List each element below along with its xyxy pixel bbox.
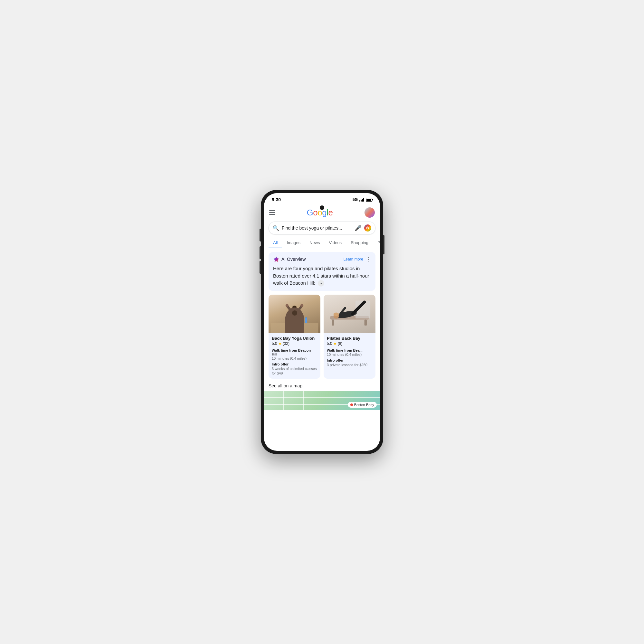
map-preview[interactable]: Boston Body xyxy=(264,391,380,410)
offer-label-2: Intro offer xyxy=(327,358,372,362)
tab-shopping[interactable]: Shopping xyxy=(346,238,373,248)
network-indicator: 5G xyxy=(353,197,358,202)
svg-point-5 xyxy=(292,306,297,308)
offer-value-2: 3 private lessons for $250 xyxy=(327,363,372,367)
ai-overview-label: AI Overview xyxy=(281,257,306,262)
map-pin-icon xyxy=(350,403,353,406)
svg-rect-10 xyxy=(305,318,307,323)
phone-screen: 9:30 5G xyxy=(264,193,380,451)
status-icons: 5G xyxy=(353,197,372,202)
walk-value-1: 10 minutes (0.4 miles) xyxy=(272,356,317,360)
map-road-h1 xyxy=(264,397,380,398)
status-time: 9:30 xyxy=(272,197,281,202)
studio-name-2: Pilates Back Bay xyxy=(327,336,372,341)
google-logo: Google xyxy=(307,208,333,218)
ai-overview-section: AI Overview Learn more ⋮ Here are four y… xyxy=(269,252,375,291)
screen-content: Google 🔍 Find the best yoga or pilates..… xyxy=(264,204,380,448)
svg-point-21 xyxy=(334,312,339,316)
svg-rect-12 xyxy=(286,322,303,324)
map-road-v2 xyxy=(303,391,304,410)
tab-all[interactable]: All xyxy=(269,238,282,248)
offer-label-1: Intro offer xyxy=(272,362,317,366)
walk-label-2: Walk time from Bea... xyxy=(327,348,372,352)
star-icon-2: ★ xyxy=(333,341,337,346)
studio-image-pilates xyxy=(324,295,375,333)
map-road-v1 xyxy=(283,391,284,410)
see-all-map-link[interactable]: See all on a map xyxy=(269,383,375,388)
studio-info-2: Pilates Back Bay 5.0 ★ (8) Walk time fro… xyxy=(324,333,375,370)
more-options-icon[interactable]: ⋮ xyxy=(366,256,371,262)
svg-rect-14 xyxy=(332,319,334,325)
ai-overview-text: Here are four yoga and pilates studios i… xyxy=(273,265,371,287)
tab-videos[interactable]: Videos xyxy=(325,238,346,248)
phone-frame: 9:30 5G xyxy=(261,190,383,454)
ai-gem-icon xyxy=(273,256,279,262)
studios-row: Back Bay Yoga Union 5.0 ★ (32) Walk time… xyxy=(269,295,375,379)
avatar[interactable] xyxy=(365,207,375,218)
expand-chevron-icon[interactable]: ▾ xyxy=(318,280,324,287)
search-input[interactable]: Find the best yoga or pilates... xyxy=(282,225,352,231)
star-icon-1: ★ xyxy=(278,341,282,346)
camera-notch xyxy=(320,205,324,210)
ai-overview-title-group: AI Overview xyxy=(273,256,306,262)
studio-card-1[interactable]: Back Bay Yoga Union 5.0 ★ (32) Walk time… xyxy=(269,295,320,379)
studio-info-1: Back Bay Yoga Union 5.0 ★ (32) Walk time… xyxy=(269,333,320,379)
tab-images[interactable]: Images xyxy=(282,238,305,248)
studio-rating-2: 5.0 ★ (8) xyxy=(327,341,372,346)
svg-point-3 xyxy=(289,312,300,325)
battery-icon xyxy=(366,198,372,202)
hamburger-menu[interactable] xyxy=(269,210,275,215)
studio-card-2[interactable]: Pilates Back Bay 5.0 ★ (8) Walk time fro… xyxy=(324,295,375,379)
tab-news[interactable]: News xyxy=(305,238,325,248)
svg-point-4 xyxy=(291,306,297,312)
studio-name-1: Back Bay Yoga Union xyxy=(272,336,317,341)
ai-overview-header: AI Overview Learn more ⋮ xyxy=(273,256,371,262)
status-bar: 9:30 5G xyxy=(264,193,380,204)
tab-pers[interactable]: Pers xyxy=(373,238,380,248)
svg-line-6 xyxy=(287,306,294,315)
ai-overview-actions: Learn more ⋮ xyxy=(344,256,371,262)
svg-point-9 xyxy=(300,304,303,307)
walk-label-1: Walk time from Beacon Hill xyxy=(272,348,317,356)
search-icon: 🔍 xyxy=(273,225,279,231)
svg-point-1 xyxy=(367,227,368,228)
studio-rating-1: 5.0 ★ (32) xyxy=(272,341,317,346)
search-bar[interactable]: 🔍 Find the best yoga or pilates... 🎤 xyxy=(269,222,375,234)
svg-rect-15 xyxy=(365,319,367,325)
studio-image-yoga xyxy=(269,295,320,333)
map-label: Boston Body xyxy=(348,402,377,408)
learn-more-link[interactable]: Learn more xyxy=(344,257,363,261)
walk-value-2: 10 minutes (0.4 miles) xyxy=(327,353,372,356)
signal-icon xyxy=(359,198,364,202)
voice-search-icon[interactable]: 🎤 xyxy=(355,224,362,232)
filter-tabs: All Images News Videos Shopping Pers xyxy=(264,238,380,248)
offer-value-1: 3 weeks of unlimited classes for $49 xyxy=(272,366,317,376)
svg-point-8 xyxy=(286,304,289,307)
google-lens-icon[interactable] xyxy=(364,224,371,232)
svg-rect-2 xyxy=(271,323,318,333)
svg-rect-11 xyxy=(306,317,307,318)
